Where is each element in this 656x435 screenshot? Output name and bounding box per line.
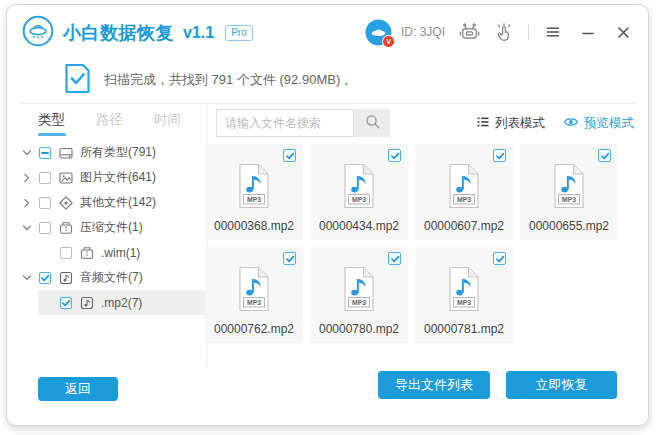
checkbox-unchecked[interactable] <box>39 172 51 184</box>
mp3-file-icon: MP3 <box>340 163 378 213</box>
app-window: 小白数据恢复 v1.1 Pro V ID: 3JQI <box>0 0 656 435</box>
checkbox-indeterminate[interactable] <box>39 147 51 159</box>
mp3-file-icon: MP3 <box>235 266 273 316</box>
titlebar-left: 小白数据恢复 v1.1 Pro <box>22 15 253 51</box>
checkbox-checked[interactable] <box>60 297 72 309</box>
file-cell[interactable]: MP300000368.mp2 <box>205 144 303 240</box>
file-cell[interactable]: MP300000607.mp2 <box>415 144 513 240</box>
chevron-down-icon[interactable] <box>22 273 34 283</box>
tree-item[interactable]: 压缩文件(1) <box>22 215 206 240</box>
svg-text:MP3: MP3 <box>247 299 261 306</box>
tree-item-label: .mp2(7) <box>101 296 142 310</box>
mp3-file-icon: MP3 <box>445 163 483 213</box>
svg-text:MP3: MP3 <box>352 299 366 306</box>
tree-item[interactable]: 所有类型(791) <box>22 140 206 165</box>
list-mode-icon <box>476 115 490 132</box>
titlebar-separator <box>528 25 529 40</box>
titlebar-right: V ID: 3JQI <box>365 18 634 46</box>
chevron-down-icon[interactable] <box>22 223 34 233</box>
chevron-right-icon[interactable] <box>22 198 34 208</box>
mp3-file-icon: MP3 <box>445 266 483 316</box>
mp3-file-icon: MP3 <box>340 266 378 316</box>
user-id-label: ID: 3JQI <box>401 25 445 39</box>
svg-text:MP3: MP3 <box>562 196 576 203</box>
tree-item-label: 压缩文件(1) <box>80 219 143 236</box>
tree-item-label: 图片文件(641) <box>80 169 156 186</box>
tree-item[interactable]: .wim(1) <box>22 240 206 265</box>
svg-text:MP3: MP3 <box>247 196 261 203</box>
image-icon <box>58 170 74 186</box>
user-avatar[interactable]: V <box>365 19 392 46</box>
tree-item[interactable]: 图片文件(641) <box>22 165 206 190</box>
chevron-down-icon[interactable] <box>22 148 34 158</box>
search-button[interactable] <box>354 109 390 137</box>
checkbox-unchecked[interactable] <box>39 222 51 234</box>
list-mode-toggle[interactable]: 列表模式 <box>476 115 545 132</box>
file-name: 00000781.mp2 <box>415 322 513 336</box>
file-cell[interactable]: MP300000781.mp2 <box>415 247 513 343</box>
file-name: 00000780.mp2 <box>310 322 408 336</box>
checkbox-unchecked[interactable] <box>60 247 72 259</box>
file-cell[interactable]: MP300000655.mp2 <box>520 144 618 240</box>
file-cell[interactable]: MP300000780.mp2 <box>310 247 408 343</box>
zip-icon <box>58 220 74 236</box>
file-name: 00000434.mp2 <box>310 219 408 233</box>
tree-item[interactable]: 其他文件(142) <box>22 190 206 215</box>
search-icon <box>364 113 381 133</box>
tab-time[interactable]: 时间 <box>154 111 181 129</box>
drive-icon <box>58 145 74 161</box>
active-tab-underline <box>38 133 66 136</box>
checkbox-checked[interactable] <box>283 149 296 162</box>
scan-complete-doc-check-icon <box>64 63 91 98</box>
recover-now-button[interactable]: 立即恢复 <box>506 371 617 399</box>
menu-icon[interactable] <box>542 21 564 43</box>
tab-path[interactable]: 路径 <box>96 111 123 129</box>
app-title: 小白数据恢复 <box>63 21 174 45</box>
click-hand-icon[interactable] <box>493 21 515 43</box>
minimize-icon[interactable] <box>577 21 599 43</box>
file-name: 00000607.mp2 <box>415 219 513 233</box>
close-icon[interactable] <box>612 21 634 43</box>
app-logo-icon <box>22 15 54 51</box>
mp3-file-icon: MP3 <box>550 163 588 213</box>
back-button[interactable]: 返回 <box>38 377 118 401</box>
file-cell[interactable]: MP300000762.mp2 <box>205 247 303 343</box>
vip-badge: V <box>382 35 395 48</box>
export-file-list-button[interactable]: 导出文件列表 <box>378 371 490 399</box>
customer-service-robot-icon[interactable] <box>458 21 480 43</box>
audio-icon <box>79 295 95 311</box>
zip-icon <box>79 245 95 261</box>
view-mode-toggles: 列表模式 预览模式 <box>476 109 634 137</box>
svg-text:MP3: MP3 <box>457 299 471 306</box>
checkbox-unchecked[interactable] <box>39 197 51 209</box>
svg-text:MP3: MP3 <box>352 196 366 203</box>
tree-item[interactable]: 音频文件(7) <box>22 265 206 290</box>
file-name: 00000368.mp2 <box>205 219 303 233</box>
search-input[interactable] <box>216 109 354 137</box>
checkbox-checked[interactable] <box>388 252 401 265</box>
tab-type[interactable]: 类型 <box>38 111 65 129</box>
checkbox-checked[interactable] <box>388 149 401 162</box>
type-tree: 所有类型(791)图片文件(641)其他文件(142)压缩文件(1).wim(1… <box>22 140 206 315</box>
file-name: 00000655.mp2 <box>520 219 618 233</box>
tree-item-label: 所有类型(791) <box>80 144 156 161</box>
tree-item-label: .wim(1) <box>101 246 140 260</box>
app-version: v1.1 <box>183 24 214 42</box>
checkbox-checked[interactable] <box>283 252 296 265</box>
checkbox-checked[interactable] <box>598 149 611 162</box>
audio-icon <box>58 270 74 286</box>
tree-item-label: 音频文件(7) <box>80 269 143 286</box>
list-mode-label: 列表模式 <box>495 115 545 132</box>
chevron-right-icon[interactable] <box>22 173 34 183</box>
file-cell[interactable]: MP300000434.mp2 <box>310 144 408 240</box>
checkbox-checked[interactable] <box>493 149 506 162</box>
other-icon <box>58 195 74 211</box>
preview-mode-toggle[interactable]: 预览模式 <box>563 114 634 133</box>
preview-mode-label: 预览模式 <box>584 115 634 132</box>
mp3-file-icon: MP3 <box>235 163 273 213</box>
checkbox-checked[interactable] <box>493 252 506 265</box>
svg-text:MP3: MP3 <box>457 196 471 203</box>
checkbox-checked[interactable] <box>39 272 51 284</box>
file-name: 00000762.mp2 <box>205 322 303 336</box>
tree-item[interactable]: .mp2(7) <box>38 290 228 315</box>
